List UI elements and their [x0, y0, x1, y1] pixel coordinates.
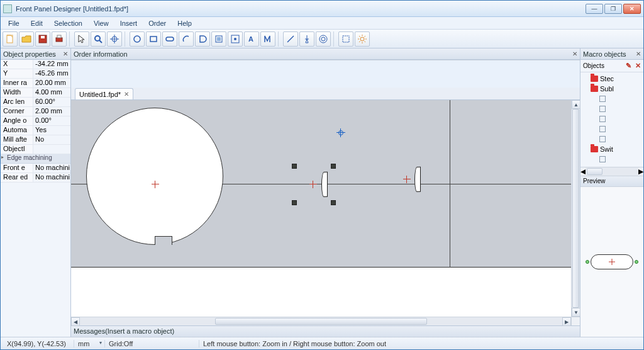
reference-marker-icon[interactable] — [336, 128, 345, 137]
edit-icon[interactable]: ✎ — [626, 62, 631, 70]
tree-item[interactable] — [580, 104, 643, 114]
tree-item[interactable] — [580, 124, 643, 134]
origin-tool[interactable] — [107, 31, 122, 47]
scroll-up-button[interactable]: ▲ — [572, 100, 580, 109]
scroll-left-button[interactable]: ◀ — [71, 317, 80, 326]
circle-tool[interactable] — [130, 31, 145, 47]
prop-row: Angle o0.00° — [1, 116, 70, 126]
open-button[interactable] — [19, 31, 34, 47]
anchor-handle-icon[interactable] — [635, 260, 638, 264]
delete-icon[interactable]: ✕ — [635, 62, 641, 70]
scroll-track[interactable] — [586, 167, 638, 176]
line-tool[interactable] — [283, 31, 298, 47]
origin-cross-icon — [152, 184, 159, 184]
vertical-scrollbar[interactable]: ▲ ▼ — [571, 100, 580, 317]
canvas-outside-area[interactable] — [71, 268, 571, 317]
preview-viewport[interactable] — [580, 187, 643, 337]
design-canvas[interactable] — [71, 100, 571, 317]
stud-tool[interactable] — [299, 31, 314, 47]
tree-item[interactable] — [580, 154, 643, 164]
origin-cross-icon — [309, 184, 317, 184]
scroll-right-button[interactable]: ▶ — [562, 317, 571, 326]
maximize-button[interactable]: ❐ — [604, 4, 622, 14]
scroll-left-button[interactable]: ◀ — [580, 167, 586, 176]
menu-file[interactable]: File — [3, 18, 25, 28]
tree-item[interactable] — [580, 134, 643, 144]
status-unit-selector[interactable]: mm — [74, 340, 105, 347]
slot-tool[interactable] — [162, 31, 177, 47]
scroll-thumb[interactable] — [215, 318, 427, 325]
menu-order[interactable]: Order — [143, 18, 171, 28]
scroll-thumb[interactable] — [572, 109, 579, 308]
tree-folder[interactable]: Subl — [580, 84, 643, 94]
minimize-button[interactable]: — — [586, 4, 603, 14]
menu-view[interactable]: View — [89, 18, 114, 28]
macro-tree[interactable]: Stec Subl Swit — [580, 72, 643, 167]
print-button[interactable] — [52, 31, 67, 47]
origin-cross-icon — [406, 176, 407, 183]
panel-close-icon[interactable]: ✕ — [63, 50, 68, 57]
panel-close-icon[interactable]: ✕ — [636, 50, 641, 57]
gear-settings-tool[interactable] — [355, 31, 370, 47]
scroll-track[interactable] — [80, 317, 562, 325]
tree-horizontal-scrollbar[interactable]: ◀ ▶ — [580, 167, 643, 176]
select-rect-tool[interactable] — [338, 31, 353, 47]
resize-handle[interactable] — [292, 200, 297, 205]
object-properties-header[interactable]: Object properties ✕ — [1, 48, 70, 60]
arc-tool[interactable] — [179, 31, 194, 47]
macro-insert-tool[interactable] — [228, 31, 243, 47]
resize-handle[interactable] — [331, 164, 336, 169]
scroll-right-button[interactable]: ▶ — [638, 167, 643, 176]
macro-item-icon — [599, 156, 606, 162]
scroll-thumb[interactable] — [587, 168, 602, 175]
horizontal-scrollbar[interactable]: ◀ ▶ — [71, 317, 571, 325]
close-button[interactable]: ✕ — [623, 4, 641, 14]
scroll-down-button[interactable]: ▼ — [572, 308, 580, 317]
document-tab[interactable]: Untitled1.fpd* ✕ — [75, 88, 133, 99]
prop-row: Width4.00 mm — [1, 88, 70, 98]
arc-slot-object[interactable] — [414, 167, 421, 193]
prop-row: Y-45.26 mm — [1, 69, 70, 79]
drill-tool[interactable] — [316, 31, 331, 47]
tab-close-icon[interactable]: ✕ — [124, 91, 129, 98]
anchor-handle-icon[interactable] — [586, 260, 589, 264]
objects-label: Objects — [583, 62, 604, 69]
svg-rect-14 — [217, 37, 221, 41]
menu-insert[interactable]: Insert — [115, 18, 143, 28]
prop-group-edge-machining[interactable]: Edge machining — [1, 154, 70, 164]
tree-folder[interactable]: Swit — [580, 144, 643, 154]
menu-edit[interactable]: Edit — [26, 18, 48, 28]
tree-folder[interactable]: Stec — [580, 74, 643, 84]
new-button[interactable] — [3, 31, 18, 47]
text-tool[interactable]: A — [244, 31, 259, 47]
order-information-header[interactable]: Order information ✕ — [71, 48, 580, 60]
cavity-tool[interactable] — [211, 31, 226, 47]
messages-panel[interactable]: Messages(Insert a macro object) — [71, 325, 580, 337]
menu-help[interactable]: Help — [172, 18, 197, 28]
panel-close-icon[interactable]: ✕ — [572, 50, 577, 57]
menu-selection[interactable]: Selection — [49, 18, 87, 28]
dshape-tool[interactable] — [195, 31, 210, 47]
titlebar[interactable]: Front Panel Designer [Untitled1.fpd*] — … — [1, 1, 643, 17]
disc-cutout[interactable] — [86, 108, 223, 245]
macro-objects-title: Macro objects — [583, 50, 626, 58]
macro-objects-header[interactable]: Macro objects ✕ — [580, 48, 643, 60]
folder-icon — [591, 146, 598, 152]
tree-item[interactable] — [580, 94, 643, 104]
pointer-tool[interactable] — [74, 31, 89, 47]
panel-surface[interactable] — [71, 100, 571, 268]
save-button[interactable] — [35, 31, 50, 47]
tree-item[interactable] — [580, 114, 643, 124]
status-grid[interactable]: Grid:Off — [105, 340, 199, 347]
origin-cross-icon — [155, 181, 155, 188]
zoom-tool[interactable] — [91, 31, 106, 47]
resize-handle[interactable] — [331, 200, 336, 205]
scroll-track[interactable] — [572, 109, 580, 308]
arc-slot-object[interactable] — [321, 172, 328, 198]
rect-tool[interactable] — [146, 31, 161, 47]
property-grid[interactable]: X-34.22 mm Y-45.26 mm Inner ra20.00 mm W… — [1, 60, 70, 183]
menubar: File Edit Selection View Insert Order He… — [1, 17, 643, 30]
resize-handle[interactable] — [292, 164, 297, 169]
engrave-tool[interactable] — [260, 31, 275, 47]
status-coordinates: X(94.99), Y(-42.53) — [3, 340, 74, 347]
